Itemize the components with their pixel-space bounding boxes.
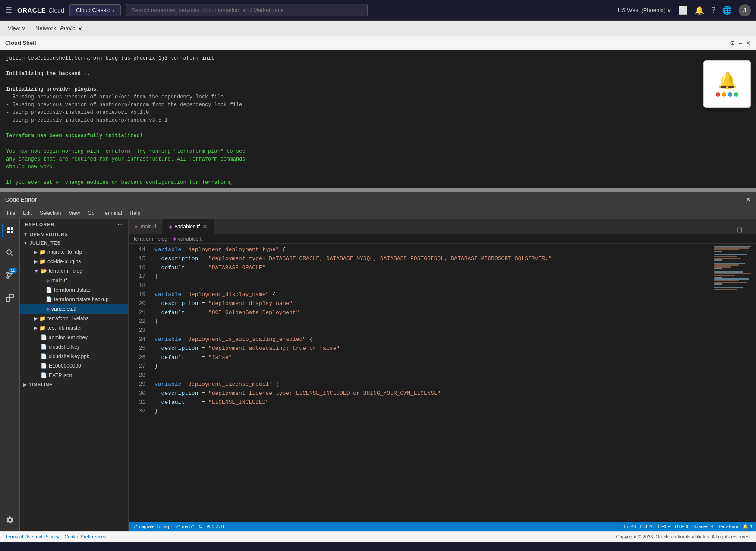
language-status[interactable]: Terraform xyxy=(718,524,738,529)
nav-right: US West (Phoenix) ∨ ⬜ 🔔 ? 🌐 J xyxy=(618,4,751,16)
open-editors-chevron-icon: ▼ xyxy=(23,232,28,237)
menu-edit[interactable]: Edit xyxy=(19,209,35,217)
code-editor-panel: Code Editor ✕ File Edit Selection View G… xyxy=(0,192,756,531)
menu-view[interactable]: View xyxy=(65,209,83,217)
terminal-line-prompt: julien_tes@cloudshell:terraform_blog (us… xyxy=(6,54,750,62)
breadcrumb-folder[interactable]: terraform_blog xyxy=(134,236,167,242)
tree-item-e1000000000[interactable]: 📄 E1000000000 xyxy=(20,361,128,371)
git-branch-icon: ⎇ xyxy=(132,524,138,529)
notification-bell-icon[interactable]: 🔔 xyxy=(695,6,704,15)
folder-icon: ▶ xyxy=(34,325,38,331)
folder-closed-icon: 📁 xyxy=(39,325,46,331)
search-icon-button[interactable] xyxy=(2,245,18,261)
notification-status[interactable]: 🔔 1 xyxy=(743,524,753,529)
errors-status[interactable]: ⊗ 0 ⚠ 0 xyxy=(207,524,224,529)
root-section[interactable]: ▼ JULIEN_TES xyxy=(20,239,128,247)
git-refresh-button[interactable]: ↻ xyxy=(198,524,202,529)
file-explorer-sidebar: EXPLORER ··· ▼ OPEN EDITORS ▼ JULIEN_TES… xyxy=(20,219,129,531)
cloud-shell-title-actions: ⚙ − ✕ xyxy=(730,40,751,47)
folder-icon: ▶ xyxy=(34,249,38,255)
footer-left: Terms of Use and Privacy Cookie Preferen… xyxy=(5,534,106,539)
region-selector[interactable]: US West (Phoenix) ∨ xyxy=(618,7,671,13)
tree-item-cloudshellkey-ppk[interactable]: 📄 cloudshellkey.ppk xyxy=(20,352,128,361)
cloud-shell-close-button[interactable]: ✕ xyxy=(746,40,751,47)
tree-item-oci-ide-plugins[interactable]: ▶ 📁 oci-ide-plugins xyxy=(20,257,128,266)
svg-rect-3 xyxy=(11,231,13,233)
terms-link[interactable]: Terms of Use and Privacy xyxy=(5,534,59,539)
tree-item-test-db-master[interactable]: ▶ 📁 test_db-master xyxy=(20,323,128,333)
explorer-header: EXPLORER ··· xyxy=(20,219,128,230)
more-actions-button[interactable]: ⋯ xyxy=(746,226,753,234)
tree-item-eatp-json[interactable]: 📄 EATP.json xyxy=(20,371,128,380)
editor-close-button[interactable]: ✕ xyxy=(745,195,751,204)
breadcrumb-separator: › xyxy=(169,236,171,242)
cloud-shell-icon[interactable]: ⬜ xyxy=(678,6,688,15)
indentation-status[interactable]: Spaces: 4 xyxy=(693,524,714,529)
menu-selection[interactable]: Selection xyxy=(36,209,64,217)
svg-rect-1 xyxy=(7,231,10,233)
cursor-position-status[interactable]: Ln 46, Col 26 xyxy=(624,524,654,529)
tab-variables-tf[interactable]: ◈ variables.tf ✕ xyxy=(163,219,214,234)
terminal-output: julien_tes@cloudshell:terraform_blog (us… xyxy=(0,50,756,188)
panel-resize-handle[interactable]: ⋯ xyxy=(0,188,756,192)
language-icon[interactable]: 🌐 xyxy=(722,6,732,15)
view-button[interactable]: View ∨ xyxy=(5,23,28,33)
code-content[interactable]: variable "deployment_deployment_type" { … xyxy=(149,244,713,522)
tree-item-terraform-tfstate-backup[interactable]: 📄 terraform.tfstate.backup xyxy=(20,295,128,304)
editor-title: Code Editor xyxy=(5,196,37,203)
user-avatar[interactable]: J xyxy=(739,4,751,16)
timeline-section[interactable]: ▶ TIMELINE xyxy=(20,380,128,389)
help-icon[interactable]: ? xyxy=(711,6,715,15)
split-editor-button[interactable]: ⊡ xyxy=(737,226,742,234)
status-bar: ⎇ migrate_to_atp ⎇ main* ↻ ⊗ 0 ⚠ 0 xyxy=(129,522,756,531)
menu-file[interactable]: File xyxy=(3,209,19,217)
oracle-logo: ORACLE Cloud xyxy=(17,6,64,14)
cookies-link[interactable]: Cookie Preferences xyxy=(65,534,107,539)
code-editor-area[interactable]: 14 15 16 17 18 19 20 21 22 23 24 25 26 2… xyxy=(129,244,756,522)
cloud-classic-button[interactable]: Cloud Classic › xyxy=(69,4,121,16)
open-editors-section[interactable]: ▼ OPEN EDITORS xyxy=(20,230,128,239)
warning-icon: ⚠ xyxy=(216,524,220,529)
menu-terminal[interactable]: Terminal xyxy=(99,209,125,217)
breadcrumb-file[interactable]: variables.tf xyxy=(178,236,203,242)
cloud-shell-minimize-button[interactable]: − xyxy=(739,40,742,47)
tab-close-button[interactable]: ✕ xyxy=(202,223,208,230)
folder-closed-icon: 📁 xyxy=(39,258,46,264)
notification-popup-icon: 🔔 xyxy=(718,72,737,90)
tree-item-terraform-tfstate[interactable]: 📄 terraform.tfstate xyxy=(20,285,128,295)
cloud-shell-title-bar: Cloud Shell ⚙ − ✕ xyxy=(0,36,756,50)
menu-go[interactable]: Go xyxy=(84,209,98,217)
charset-status[interactable]: UTF-8 xyxy=(675,524,688,529)
git-branch-status[interactable]: ⎇ migrate_to_atp xyxy=(132,524,170,529)
tree-item-variables-tf[interactable]: ◈ variables.tf xyxy=(20,304,128,314)
hamburger-menu-icon[interactable]: ☰ xyxy=(5,6,12,15)
tab-tf-icon: ◈ xyxy=(135,224,138,229)
tree-item-main-tf[interactable]: ◈ main.tf xyxy=(20,276,128,285)
file-icon: 📄 xyxy=(46,287,52,293)
tree-item-terraform-livelabs[interactable]: ▶ 📁 terraform_livelabs xyxy=(20,314,128,323)
tree-item-adminclient-obey[interactable]: 📄 adminclient.obey xyxy=(20,333,128,342)
explorer-icon-button[interactable] xyxy=(2,223,18,238)
file-icon: 📄 xyxy=(41,363,47,369)
cloud-shell-title: Cloud Shell xyxy=(5,40,36,46)
cloud-shell-panel: View ∨ Network: Public ∨ Cloud Shell ⚙ −… xyxy=(0,21,756,192)
folder-open-icon-visual: 📂 xyxy=(41,268,47,274)
menu-help[interactable]: Help xyxy=(126,209,144,217)
extensions-icon-button[interactable] xyxy=(2,290,18,305)
git-sync-status[interactable]: ⎇ main* xyxy=(175,524,194,529)
settings-icon-button[interactable] xyxy=(2,512,18,528)
tabs-list: ◈ main.tf ◈ variables.tf ✕ xyxy=(129,219,214,234)
tab-main-tf[interactable]: ◈ main.tf xyxy=(129,219,163,234)
tree-item-terraform-blog[interactable]: ▼ 📂 terraform_blog xyxy=(20,266,128,276)
line-ending-status[interactable]: CRLF xyxy=(658,524,671,529)
cloud-shell-settings-button[interactable]: ⚙ xyxy=(730,40,735,47)
tree-item-cloudshellkey[interactable]: 📄 cloudshellkey xyxy=(20,342,128,352)
svg-rect-10 xyxy=(10,294,13,298)
source-control-icon-button[interactable]: 11 xyxy=(2,268,18,283)
network-selector[interactable]: Network: Public ∨ xyxy=(35,25,82,31)
tree-item-migrate-to-atp[interactable]: ▶ 📁 migrate_to_atp xyxy=(20,247,128,257)
tf-file-icon: ◈ xyxy=(46,277,50,283)
search-input[interactable] xyxy=(126,4,368,16)
dot-red xyxy=(716,92,720,97)
footer-copyright: Copyright © 2023, Oracle and/or its affi… xyxy=(616,534,751,539)
